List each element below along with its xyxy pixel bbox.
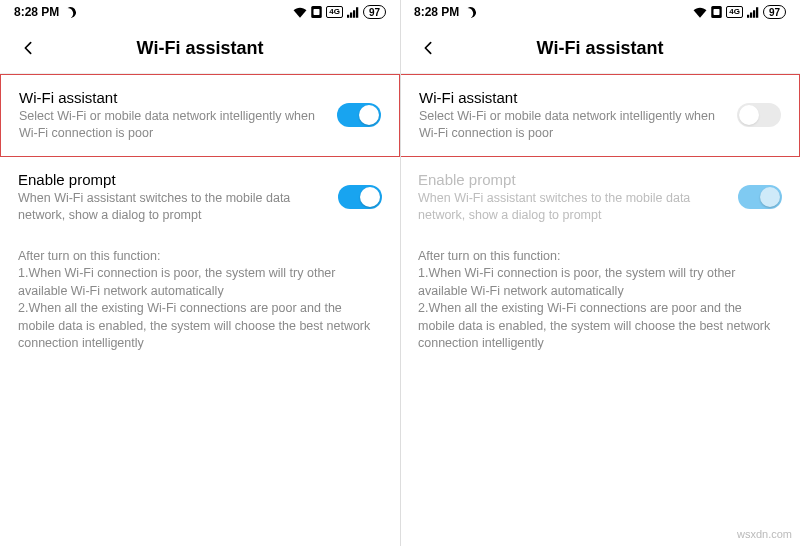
wifi-icon <box>293 6 307 18</box>
svg-rect-1 <box>314 9 320 15</box>
signal-icon <box>747 7 759 18</box>
wifi-assistant-toggle[interactable] <box>737 103 781 127</box>
setting-title: Wi-Fi assistant <box>419 89 719 106</box>
enable-prompt-toggle[interactable] <box>338 185 382 209</box>
mobile-network-label: 4G <box>726 6 743 18</box>
setting-desc: When Wi-Fi assistant switches to the mob… <box>18 190 320 224</box>
screen-divider <box>400 0 401 546</box>
back-button[interactable] <box>14 34 42 64</box>
signal-icon <box>347 7 359 18</box>
phone-screen-right: 8:28 PM 4G 97 Wi-Fi assistant Wi-Fi assi… <box>400 0 800 546</box>
chevron-left-icon <box>420 40 436 56</box>
status-bar: 8:28 PM 4G 97 <box>400 0 800 24</box>
wifi-icon <box>693 6 707 18</box>
title-bar: Wi-Fi assistant <box>0 24 400 74</box>
settings-content: Wi-Fi assistant Select Wi-Fi or mobile d… <box>400 74 800 546</box>
wifi-assistant-row[interactable]: Wi-Fi assistant Select Wi-Fi or mobile d… <box>400 74 800 157</box>
setting-desc: Select Wi-Fi or mobile data network inte… <box>19 108 319 142</box>
status-time: 8:28 PM <box>414 5 459 19</box>
setting-title: Enable prompt <box>418 171 720 188</box>
wifi-assistant-row[interactable]: Wi-Fi assistant Select Wi-Fi or mobile d… <box>0 74 400 157</box>
status-time: 8:28 PM <box>14 5 59 19</box>
chevron-left-icon <box>20 40 36 56</box>
enable-prompt-row[interactable]: Enable prompt When Wi-Fi assistant switc… <box>400 157 800 238</box>
back-button[interactable] <box>414 34 442 64</box>
sim-icon <box>311 6 322 18</box>
watermark: wsxdn.com <box>737 528 792 540</box>
mobile-network-label: 4G <box>326 6 343 18</box>
page-title: Wi-Fi assistant <box>137 38 264 59</box>
setting-desc: Select Wi-Fi or mobile data network inte… <box>419 108 719 142</box>
setting-desc: When Wi-Fi assistant switches to the mob… <box>418 190 720 224</box>
enable-prompt-row[interactable]: Enable prompt When Wi-Fi assistant switc… <box>0 157 400 238</box>
title-bar: Wi-Fi assistant <box>400 24 800 74</box>
battery-level: 97 <box>363 5 386 19</box>
page-title: Wi-Fi assistant <box>537 38 664 59</box>
setting-title: Wi-Fi assistant <box>19 89 319 106</box>
info-text: After turn on this function: 1.When Wi-F… <box>400 238 800 363</box>
setting-title: Enable prompt <box>18 171 320 188</box>
status-bar: 8:28 PM 4G 97 <box>0 0 400 24</box>
svg-rect-3 <box>714 9 720 15</box>
info-text: After turn on this function: 1.When Wi-F… <box>0 238 400 363</box>
settings-content: Wi-Fi assistant Select Wi-Fi or mobile d… <box>0 74 400 546</box>
phone-screen-left: 8:28 PM 4G 97 Wi-Fi assistant Wi-Fi assi… <box>0 0 400 546</box>
battery-level: 97 <box>763 5 786 19</box>
sim-icon <box>711 6 722 18</box>
dnd-moon-icon <box>65 7 76 18</box>
enable-prompt-toggle[interactable] <box>738 185 782 209</box>
dnd-moon-icon <box>465 7 476 18</box>
wifi-assistant-toggle[interactable] <box>337 103 381 127</box>
